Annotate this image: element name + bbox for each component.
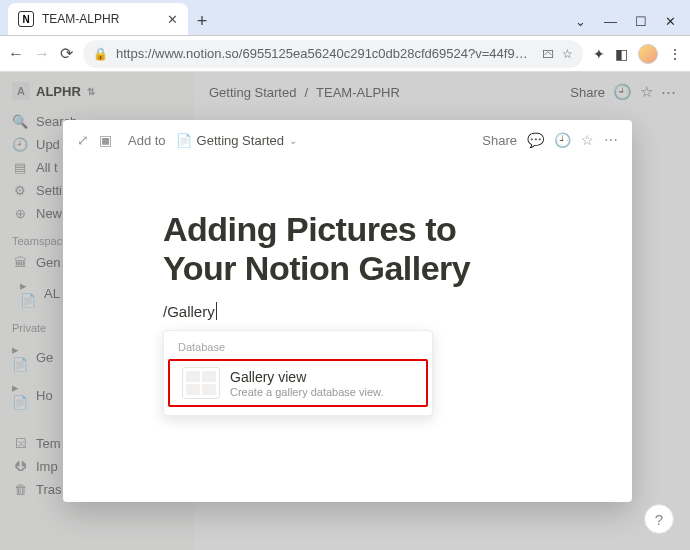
tab-title: TEAM-ALPHR — [42, 12, 159, 26]
slash-option-gallery-view[interactable]: Gallery view Create a gallery database v… — [168, 359, 428, 407]
comment-icon[interactable]: 💬 — [527, 132, 544, 148]
url-text: https://www.notion.so/6955125ea56240c291… — [116, 46, 534, 61]
profile-avatar[interactable] — [638, 44, 658, 64]
bookmark-icon[interactable]: ☆ — [562, 47, 573, 61]
extensions-icon[interactable]: ✦ — [593, 46, 605, 62]
address-bar[interactable]: 🔒 https://www.notion.so/6955125ea56240c2… — [83, 40, 583, 68]
peek-icon[interactable]: ▣ — [99, 132, 112, 148]
reload-button[interactable]: ⟳ — [60, 44, 73, 63]
slash-command-menu: Database Gallery view Create a gallery d… — [163, 330, 433, 416]
more-icon[interactable]: ⋯ — [604, 132, 618, 148]
slash-option-desc: Create a gallery database view. — [230, 386, 383, 398]
modal-share[interactable]: Share — [482, 133, 517, 148]
add-to-label: Add to — [128, 133, 166, 148]
browser-tab[interactable]: N TEAM-ALPHR ✕ — [8, 3, 188, 35]
text-caret — [216, 302, 217, 320]
browser-toolbar: ← → ⟳ 🔒 https://www.notion.so/6955125ea5… — [0, 36, 690, 72]
browser-menu-icon[interactable]: ⋮ — [668, 46, 682, 62]
share-url-icon[interactable]: ⮹ — [542, 47, 554, 61]
gallery-view-thumb — [182, 367, 220, 399]
parent-page-name: Getting Started — [197, 133, 284, 148]
parent-page-link[interactable]: 📄 Getting Started ⌄ — [176, 133, 297, 148]
notion-favicon: N — [18, 11, 34, 27]
forward-button: → — [34, 45, 50, 63]
new-tab-button[interactable]: + — [188, 7, 216, 35]
lock-icon: 🔒 — [93, 47, 108, 61]
close-tab-icon[interactable]: ✕ — [167, 12, 178, 27]
maximize-icon[interactable]: ☐ — [635, 14, 647, 29]
back-button[interactable]: ← — [8, 45, 24, 63]
slash-command-text: /Gallery — [163, 303, 215, 320]
clock-icon[interactable]: 🕘 — [554, 132, 571, 148]
browser-titlebar: N TEAM-ALPHR ✕ + ⌄ — ☐ ✕ — [0, 0, 690, 36]
window-controls: ⌄ — ☐ ✕ — [575, 14, 690, 35]
slash-option-title: Gallery view — [230, 369, 383, 385]
extension-square-icon[interactable]: ◧ — [615, 46, 628, 62]
chevron-down-icon: ⌄ — [289, 135, 297, 146]
close-window-icon[interactable]: ✕ — [665, 14, 676, 29]
modal-toolbar: ⤢ ▣ Add to 📄 Getting Started ⌄ Share 💬 🕘… — [63, 120, 632, 160]
star-icon[interactable]: ☆ — [581, 132, 594, 148]
chevron-down-icon[interactable]: ⌄ — [575, 14, 586, 29]
minimize-icon[interactable]: — — [604, 14, 617, 29]
editor-line[interactable]: /Gallery — [163, 302, 532, 320]
help-button[interactable]: ? — [644, 504, 674, 534]
expand-icon[interactable]: ⤢ — [77, 132, 89, 148]
page-title[interactable]: Adding Pictures to Your Notion Gallery — [163, 210, 532, 288]
page-icon: 📄 — [176, 133, 192, 148]
slash-category-label: Database — [164, 337, 432, 359]
page-modal: ⤢ ▣ Add to 📄 Getting Started ⌄ Share 💬 🕘… — [63, 120, 632, 502]
